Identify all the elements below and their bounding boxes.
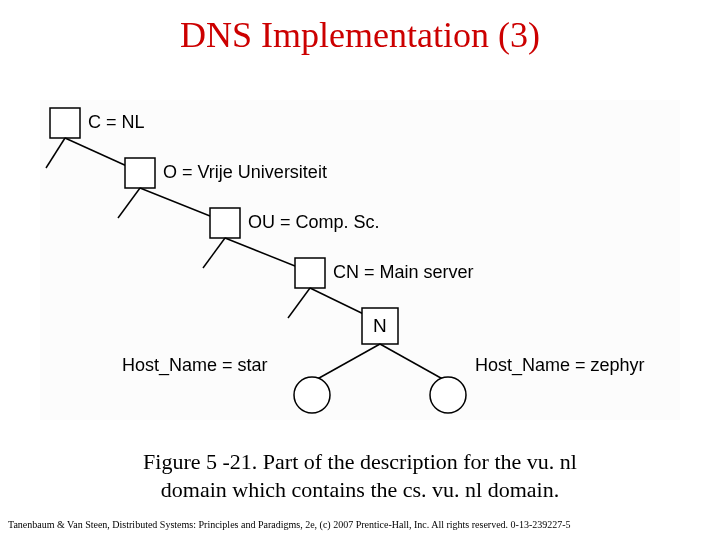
node-c-label: C = NL (88, 112, 145, 133)
node-cn-label: CN = Main server (333, 262, 474, 283)
page-title: DNS Implementation (3) (0, 14, 720, 56)
node-o-label: O = Vrije Universiteit (163, 162, 327, 183)
edge-c-stub (46, 138, 65, 168)
node-cn-box (295, 258, 325, 288)
leaf-zephyr-circle (430, 377, 466, 413)
node-ou-label: OU = Comp. Sc. (248, 212, 380, 233)
node-ou-box (210, 208, 240, 238)
node-c-box (50, 108, 80, 138)
caption-line-2: domain which contains the cs. vu. nl dom… (161, 477, 559, 502)
edge-cn-stub (288, 288, 310, 318)
figure-caption: Figure 5 -21. Part of the description fo… (0, 448, 720, 503)
slide: DNS Implementation (3) (0, 0, 720, 540)
copyright-footer: Tanenbaum & Van Steen, Distributed Syste… (8, 519, 571, 530)
leaf-star-circle (294, 377, 330, 413)
edge-o-stub (118, 188, 140, 218)
leaf-zephyr-label: Host_Name = zephyr (475, 355, 645, 376)
node-n-label: N (373, 315, 387, 337)
hierarchy-diagram: C = NL O = Vrije Universiteit OU = Comp.… (40, 100, 680, 420)
leaf-star-label: Host_Name = star (122, 355, 268, 376)
edge-n-zephyr (380, 344, 448, 382)
node-o-box (125, 158, 155, 188)
caption-line-1: Figure 5 -21. Part of the description fo… (143, 449, 577, 474)
edge-n-star (312, 344, 380, 382)
edge-ou-stub (203, 238, 225, 268)
